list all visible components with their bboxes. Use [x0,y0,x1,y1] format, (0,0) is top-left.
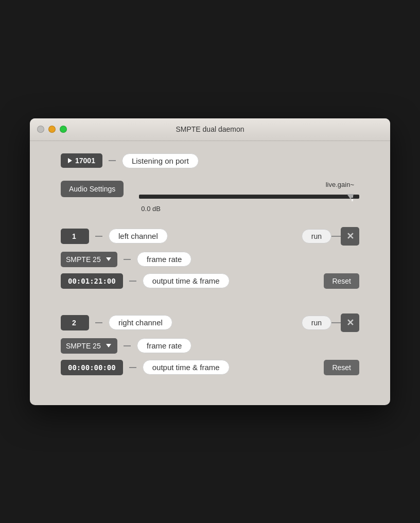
connector [124,345,131,346]
connector [129,281,136,282]
channel1-timecode-row: 00:01:21:00 output time & frame Reset [61,273,359,289]
channel1-smpte-row: SMPTE 25 SMPTE 24 SMPTE 29.97 SMPTE 30 f… [61,252,359,267]
triangle-icon [68,158,72,163]
connector [129,367,136,368]
port-status-label: Listening on port [122,153,199,168]
channel1-smpte-select[interactable]: SMPTE 25 SMPTE 24 SMPTE 29.97 SMPTE 30 [61,252,117,267]
channel1-main-row: 1 left channel run ✕ [61,227,359,246]
channel2-number: 2 [72,319,76,327]
channel1-close-button[interactable]: ✕ [341,227,359,246]
channel2-main-row: 2 right channel run ✕ [61,313,359,332]
connector [124,259,131,260]
gain-slider-container[interactable] [139,190,359,203]
channel2-close-button[interactable]: ✕ [341,313,359,332]
channel1-number-button[interactable]: 1 [61,229,89,244]
port-section: 17001 Listening on port [61,153,359,168]
connector [95,322,102,323]
channel2-timecode-row: 00:00:00:00 output time & frame Reset [61,360,359,375]
channel1-number: 1 [72,232,76,240]
port-button[interactable]: 17001 [61,153,102,168]
window-controls [37,126,67,133]
channel2-reset-button[interactable]: Reset [324,360,359,375]
window-content: 17001 Listening on port Audio Settings l… [30,141,390,405]
channel2-label: right channel [109,315,172,330]
channel2-output-label: output time & frame [143,360,230,375]
channel2-smpte-dropdown[interactable]: SMPTE 25 SMPTE 24 SMPTE 29.97 SMPTE 30 [66,342,102,350]
connector [331,236,341,237]
channel2-run-button[interactable]: run [302,316,331,330]
app-window: SMPTE dual daemon 17001 Listening on por… [30,118,390,405]
channel1-output-label: output time & frame [143,273,230,288]
gain-slider-wrapper [139,190,359,203]
gain-db-value: 0.0 dB [139,205,161,213]
channel2-smpte-select[interactable]: SMPTE 25 SMPTE 24 SMPTE 29.97 SMPTE 30 [61,338,117,354]
channel1-label: left channel [109,229,168,243]
connector [331,322,341,323]
connector-line [109,160,116,161]
close-button[interactable] [37,126,44,133]
dropdown-arrow-icon [106,344,111,347]
channel2-frame-rate-label: frame rate [137,338,191,353]
channel2-number-button[interactable]: 2 [61,315,89,330]
window-title: SMPTE dual daemon [176,125,244,133]
channel2-smpte-row: SMPTE 25 SMPTE 24 SMPTE 29.97 SMPTE 30 f… [61,338,359,354]
dropdown-arrow-icon [106,257,111,261]
gain-track [139,195,359,199]
port-number: 17001 [75,156,95,165]
channel2-timecode: 00:00:00:00 [61,360,123,375]
connector [95,236,102,237]
audio-section: Audio Settings live.gain~ [61,181,359,213]
section-divider [61,303,359,313]
gain-label: live.gain~ [326,181,359,188]
channel1-run-group: run ✕ [302,227,359,246]
channel1-run-button[interactable]: run [302,229,331,243]
minimize-button[interactable] [48,126,56,133]
channel1-section: 1 left channel run ✕ SMPTE 25 SMPTE 24 S… [61,227,359,289]
channel2-run-group: run ✕ [302,313,359,332]
audio-settings-button[interactable]: Audio Settings [61,181,124,197]
gain-section: live.gain~ 0.0 dB [139,181,359,213]
channel2-section: 2 right channel run ✕ SMPTE 25 SMPTE 24 … [61,313,359,375]
channel1-timecode: 00:01:21:00 [61,273,123,289]
channel1-smpte-dropdown[interactable]: SMPTE 25 SMPTE 24 SMPTE 29.97 SMPTE 30 [66,255,102,264]
channel1-frame-rate-label: frame rate [137,252,191,267]
maximize-button[interactable] [60,126,67,133]
channel1-reset-button[interactable]: Reset [324,273,359,289]
title-bar: SMPTE dual daemon [30,118,390,141]
